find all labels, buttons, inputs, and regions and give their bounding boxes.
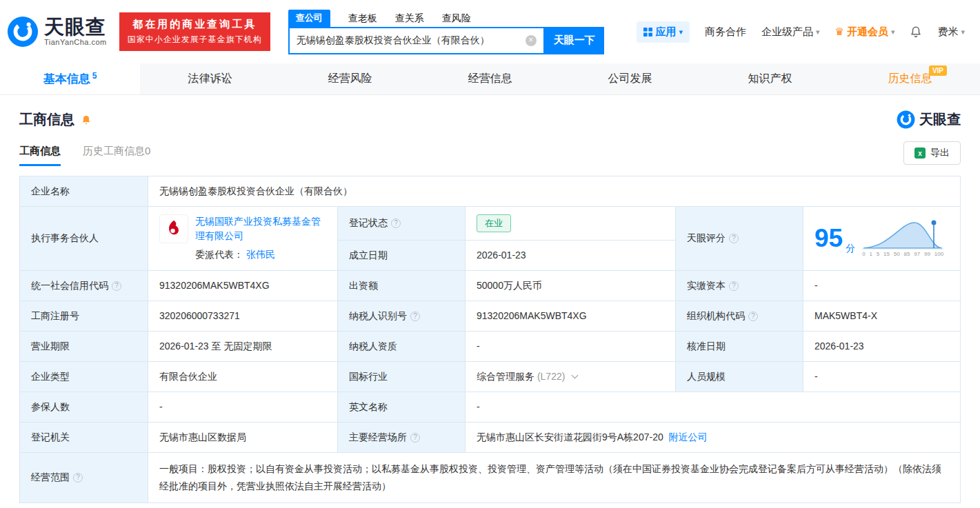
tab-operation-risk[interactable]: 经营风险 — [280, 63, 420, 94]
address-text: 无锡市惠山区长安街道花园街9号A栋207-20 — [477, 431, 663, 443]
promo-banner: 都在用的商业查询工具 国家中小企业发展子基金旗下机构 — [119, 12, 270, 51]
tianyancha-logo-icon — [7, 16, 39, 48]
company-type-value: 有限合伙企业 — [148, 361, 338, 392]
nearby-companies-link[interactable]: 附近公司 — [669, 431, 708, 443]
tianyancha-logo[interactable]: 天眼查 TianYanCha.com — [7, 16, 107, 48]
label-text: 组织机构代码 — [687, 310, 745, 321]
table-row: 执行事务合伙人 无锡国联产业投资私募基金管理有限公司 委派代表： 张伟民 — [20, 207, 961, 241]
help-icon[interactable] — [410, 433, 420, 443]
table-row: 统一社会信用代码 91320206MAK5WBT4XG 出资额 50000万人民… — [20, 270, 961, 301]
paid-capital-value: - — [803, 270, 961, 301]
subtabs: 工商信息 历史工商信息0 导出 — [19, 141, 961, 166]
label-text: 登记状态 — [349, 217, 388, 228]
tab-intellectual-property[interactable]: 知识产权 — [700, 63, 840, 94]
tab-count: 5 — [92, 71, 97, 81]
help-icon[interactable] — [748, 312, 758, 321]
clear-icon[interactable] — [526, 35, 537, 46]
crown-icon: ♛ — [834, 26, 843, 38]
promo-line2: 国家中小企业发展子基金旗下机构 — [128, 34, 262, 45]
section-header: 工商信息 天眼查 — [19, 110, 961, 129]
taxpayer-id-label: 纳税人识别号 — [338, 301, 466, 331]
help-icon[interactable] — [391, 219, 401, 228]
chevron-down-icon: ▾ — [816, 28, 820, 37]
subtab-business-info[interactable]: 工商信息 — [19, 145, 61, 166]
subtab-history-business-info[interactable]: 历史工商信息0 — [83, 145, 150, 166]
company-name-value: 无锡锡创盈泰股权投资合伙企业（有限合伙） — [148, 176, 961, 207]
notification-bell-icon[interactable] — [910, 26, 922, 38]
reg-authority-label: 登记机关 — [20, 422, 148, 452]
org-code-value: MAK5WBT4-X — [803, 301, 961, 331]
english-name-value: - — [466, 392, 961, 422]
nav-enterprise[interactable]: 企业级产品 ▾ — [761, 26, 820, 39]
insured-value: - — [148, 392, 338, 422]
tab-label: 知识产权 — [748, 72, 792, 86]
table-row: 参保人数 - 英文名称 - — [20, 392, 961, 422]
tab-company-development[interactable]: 公司发展 — [560, 63, 700, 94]
approve-date-label: 核准日期 — [676, 331, 803, 361]
export-button[interactable]: 导出 — [903, 141, 961, 165]
tab-history-info[interactable]: 历史信息 VIP — [840, 63, 980, 94]
main-content: 工商信息 天眼查 工商信息 历史工商信息0 导出 — [0, 110, 980, 503]
search-tab-risk[interactable]: 查风险 — [442, 12, 471, 27]
page-title: 工商信息 — [19, 110, 74, 129]
help-icon[interactable] — [410, 312, 420, 321]
tab-operation-info[interactable]: 经营信息 — [420, 63, 560, 94]
grid-icon — [643, 28, 652, 37]
tianyancha-logo-icon — [897, 110, 915, 129]
label-text: 主要经营场所 — [349, 431, 407, 443]
tab-legal[interactable]: 法律诉讼 — [140, 63, 280, 94]
business-term-value: 2026-01-23 至 无固定期限 — [148, 331, 338, 361]
search-input[interactable] — [297, 35, 526, 46]
username: 费米 — [937, 26, 958, 39]
reg-status-label: 登记状态 — [338, 207, 466, 241]
nav-cooperation[interactable]: 商务合作 — [705, 26, 746, 39]
label-text: 实缴资本 — [687, 280, 726, 291]
watermark-brand-name: 天眼查 — [919, 110, 961, 129]
tab-basic-info[interactable]: 基本信息 5 — [0, 63, 140, 94]
chevron-down-icon: ▾ — [961, 28, 965, 37]
taxpayer-id-value: 91320206MAK5WBT4XG — [466, 301, 676, 331]
search-tab-company[interactable]: 查公司 — [288, 10, 330, 27]
score-axis: 0151550859799100 — [862, 250, 943, 258]
help-icon[interactable] — [112, 281, 121, 291]
business-info-table: 企业名称 无锡锡创盈泰股权投资合伙企业（有限合伙） 执行事务合伙人 无锡国联产业… — [19, 176, 961, 503]
brand-domain: TianYanCha.com — [44, 39, 107, 47]
user-menu[interactable]: 费米 ▾ — [937, 26, 965, 39]
help-icon[interactable] — [73, 473, 83, 482]
delegate-link[interactable]: 张伟民 — [246, 249, 275, 260]
reg-number-value: 320206000733271 — [148, 301, 338, 331]
chevron-down-icon[interactable] — [572, 372, 579, 378]
search-button[interactable]: 天眼一下 — [545, 27, 604, 54]
status-badge: 在业 — [477, 214, 511, 232]
apps-menu[interactable]: 应用 ▾ — [637, 21, 690, 43]
table-row: 营业期限 2026-01-23 至 无固定期限 纳税人资质 - 核准日期 202… — [20, 331, 961, 361]
vip-badge: VIP — [929, 65, 947, 76]
capital-label: 出资额 — [338, 270, 466, 301]
tab-label: 法律诉讼 — [188, 72, 232, 86]
excel-icon — [914, 148, 926, 159]
partner-company-link[interactable]: 无锡国联产业投资私募基金管理有限公司 — [195, 216, 321, 241]
table-row: 经营范围 一般项目：股权投资；以自有资金从事投资活动；以私募基金从事股权投资、投… — [20, 452, 961, 502]
paid-capital-label: 实缴资本 — [676, 270, 803, 301]
monitor-bell-icon[interactable] — [81, 114, 92, 125]
industry-label: 国标行业 — [338, 361, 466, 392]
staff-size-value: - — [803, 361, 961, 392]
delegate-label: 委派代表： — [195, 249, 243, 260]
help-icon[interactable] — [729, 234, 739, 243]
help-icon[interactable] — [729, 281, 739, 291]
table-row: 企业类型 有限合伙企业 国标行业 综合管理服务 (L722) 人员规模 - — [20, 361, 961, 392]
reg-number-label: 工商注册号 — [20, 301, 148, 331]
header: 天眼查 TianYanCha.com 都在用的商业查询工具 国家中小企业发展子基… — [0, 0, 980, 63]
search-tab-boss[interactable]: 查老板 — [348, 12, 377, 27]
score-unit: 分 — [846, 241, 855, 256]
staff-size-label: 人员规模 — [676, 361, 803, 392]
approve-date-value: 2026-01-23 — [803, 331, 961, 361]
reg-status-value: 在业 — [466, 207, 676, 241]
tab-label: 基本信息 — [43, 71, 90, 87]
nav-open-vip[interactable]: ♛ 开通会员 ▾ — [834, 26, 894, 39]
search-tab-relation[interactable]: 查关系 — [395, 12, 424, 27]
taxpayer-quality-value: - — [466, 331, 676, 361]
industry-value: 综合管理服务 (L722) — [466, 361, 676, 392]
credit-code-label: 统一社会信用代码 — [20, 270, 148, 301]
partner-company-logo — [159, 214, 188, 243]
